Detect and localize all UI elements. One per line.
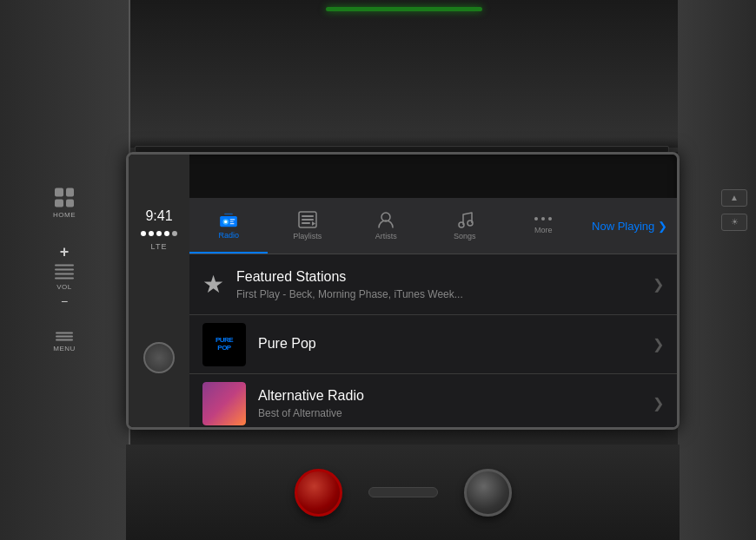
screen-main: Radio Playlists (189, 198, 677, 427)
svg-point-2 (224, 221, 227, 223)
alt-radio-title: Alternative Radio (258, 387, 646, 405)
featured-title: Featured Stations (236, 268, 646, 286)
volume-control[interactable]: + VOL − (55, 243, 74, 308)
tab-more-label: More (534, 226, 553, 234)
more-dots-icon (534, 217, 552, 221)
featured-chevron: ❯ (653, 276, 664, 293)
menu-label: MENU (53, 345, 76, 352)
list-item-pure-pop[interactable]: PURE POP Pure Pop ❯ (189, 315, 677, 374)
tab-playlists[interactable]: Playlists (268, 198, 346, 254)
playlists-icon (298, 211, 317, 228)
left-car-panel: HOME + VOL − MENU (0, 0, 130, 540)
tab-more[interactable]: More (504, 198, 582, 254)
signal-dot-2 (149, 231, 154, 236)
tab-bar: Radio Playlists (189, 198, 677, 254)
signal-dot-4 (164, 231, 169, 236)
dash-top (130, 0, 678, 152)
svg-rect-3 (230, 219, 235, 220)
now-playing-chevron: ❯ (658, 220, 667, 233)
signal-dots (141, 231, 177, 236)
signal-dot-1 (141, 231, 146, 236)
tab-now-playing[interactable]: Now Playing ❯ (582, 198, 677, 254)
status-time: 9:41 (145, 208, 172, 224)
pure-pop-chevron: ❯ (653, 336, 664, 352)
station-list: ★ Featured Stations First Play - Beck, M… (189, 254, 677, 427)
signal-dot-5 (172, 231, 177, 236)
tab-radio-label: Radio (218, 231, 239, 240)
list-item-featured[interactable]: ★ Featured Stations First Play - Beck, M… (189, 254, 677, 315)
pure-pop-title: Pure Pop (258, 335, 646, 353)
alt-radio-text: Alternative Radio Best of Alternative (258, 387, 646, 419)
vol-minus-icon: − (61, 294, 68, 308)
tab-radio[interactable]: Radio (189, 198, 268, 254)
now-playing-label: Now Playing (592, 220, 654, 233)
svg-marker-11 (312, 221, 315, 226)
svg-rect-8 (302, 215, 314, 217)
svg-rect-4 (230, 221, 234, 222)
svg-rect-5 (230, 223, 235, 224)
right-knob[interactable] (464, 469, 512, 517)
home-label: HOME (53, 211, 76, 219)
screen-bezel: 9:41 LTE (126, 152, 680, 430)
menu-button[interactable]: MENU (53, 333, 76, 352)
dash-bottom (126, 445, 680, 540)
right-car-panel: ▲ ☀ (678, 0, 756, 540)
center-strip (368, 487, 438, 497)
home-button[interactable]: HOME (53, 188, 76, 219)
svg-rect-9 (302, 219, 314, 221)
star-icon: ★ (202, 270, 224, 299)
screen-home-button[interactable] (143, 342, 175, 373)
artists-icon (376, 211, 395, 228)
tab-artists[interactable]: Artists (347, 198, 425, 254)
pure-pop-text: Pure Pop (258, 335, 646, 353)
left-knob[interactable] (295, 469, 342, 517)
alt-radio-thumb (202, 382, 246, 425)
car-frame: HOME + VOL − MENU (0, 0, 756, 540)
signal-dot-3 (156, 231, 162, 236)
featured-text: Featured Stations First Play - Beck, Mor… (236, 268, 646, 300)
tab-songs[interactable]: Songs (425, 198, 503, 254)
songs-icon (456, 211, 474, 228)
vol-label: VOL (56, 283, 72, 291)
svg-rect-6 (224, 214, 233, 215)
alt-radio-chevron: ❯ (653, 395, 664, 412)
tab-songs-label: Songs (454, 232, 476, 240)
svg-rect-10 (302, 222, 310, 224)
list-item-alt-radio[interactable]: Alternative Radio Best of Alternative ❯ (189, 374, 677, 427)
tab-playlists-label: Playlists (293, 232, 322, 240)
lte-label: LTE (151, 242, 168, 251)
screen-left-controls: 9:41 LTE (129, 155, 189, 427)
featured-subtitle: First Play - Beck, Morning Phase, iTunes… (236, 288, 567, 300)
tab-artists-label: Artists (375, 232, 397, 240)
vol-plus-icon: + (60, 243, 70, 261)
pure-pop-thumb: PURE POP (202, 323, 246, 366)
radio-icon (218, 212, 239, 227)
svg-rect-0 (220, 216, 237, 227)
alt-radio-subtitle: Best of Alternative (258, 407, 588, 419)
